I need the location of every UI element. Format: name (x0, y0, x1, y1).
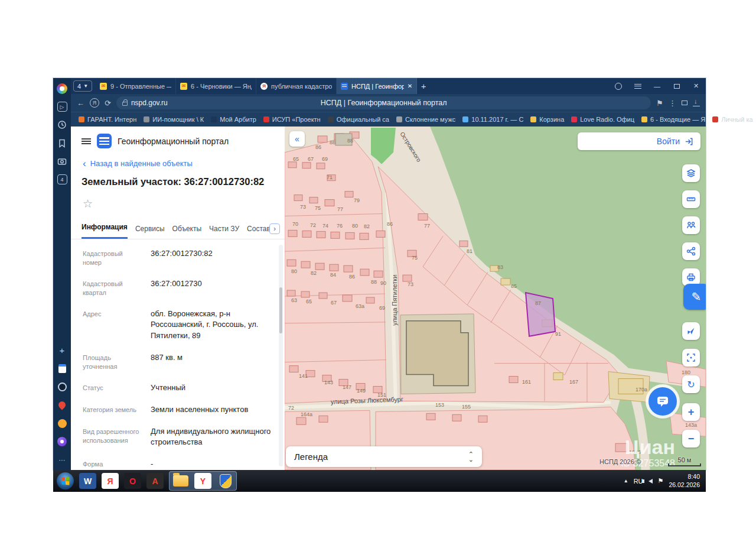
parcel-number: 80 (291, 268, 297, 274)
cadastral-map[interactable]: 8688886567697173757779707274768082867775… (285, 127, 706, 470)
share-button[interactable] (682, 242, 700, 260)
clock[interactable]: 8:40 26.02.2026 (669, 473, 700, 489)
zoom-out-button[interactable]: − (682, 430, 700, 448)
tab-mail-drafts[interactable]: ✉ 6 - Черновики — Яндекс П (176, 78, 256, 94)
word-icon[interactable]: W (79, 473, 96, 489)
o-app-icon[interactable] (57, 381, 67, 392)
yandex-browser-icon[interactable]: Y (194, 473, 211, 489)
collapse-panel-button[interactable]: « (289, 131, 305, 147)
history-icon[interactable] (57, 119, 67, 130)
new-tab-button[interactable]: + (417, 81, 430, 91)
field-row: Вид разрешенного использованияДля индиви… (71, 421, 285, 454)
yandex-services-icon[interactable] (57, 83, 67, 94)
back-to-results-link[interactable]: ‹ Назад в найденные объекты (83, 159, 275, 168)
minimize-button[interactable]: — (647, 78, 667, 94)
back-icon[interactable]: ← (77, 99, 84, 108)
parcel-number: 153 (435, 402, 444, 408)
amigo-icon[interactable]: A (146, 473, 164, 489)
more-apps-icon[interactable]: ⋯ (57, 455, 67, 465)
objects-button[interactable] (682, 216, 700, 234)
yandex-app-icon[interactable]: Я (102, 473, 119, 489)
legend-toggle-icon[interactable]: ⌃⌄ (468, 452, 474, 462)
selected-parcel[interactable] (526, 293, 555, 336)
parcel-number: 143 (324, 380, 333, 386)
bookmark-item[interactable]: ГАРАНТ. Интерн (76, 116, 139, 123)
parcel-number: 76 (337, 223, 343, 229)
bookmark-item[interactable]: Корзина (527, 116, 567, 123)
bookmark-item[interactable]: Личный ка (709, 116, 755, 123)
downloads-icon[interactable] (693, 99, 700, 106)
bookmark-item[interactable]: Склонение мужс (393, 116, 458, 123)
bookmark-item[interactable]: Официальный са (325, 116, 392, 123)
voice-search-icon[interactable] (608, 78, 628, 94)
games-icon[interactable] (57, 418, 67, 429)
tab-information[interactable]: Информация (82, 218, 128, 239)
favorite-star-icon[interactable]: ☆ (83, 197, 275, 210)
portal-title: Геоинформационный портал (118, 137, 229, 146)
tab-objects[interactable]: Объекты (172, 219, 202, 239)
tab-nspd-active[interactable]: НСПД | Геоинформаци ✕ (337, 78, 417, 94)
smartline[interactable]: nspd.gov.ru НСПД | Геоинформационный пор… (116, 96, 651, 109)
mail-favicon: ✉ (180, 83, 187, 90)
tray-expand-icon[interactable]: ▲ (624, 478, 628, 484)
alice-icon[interactable] (57, 436, 67, 447)
screenshot-icon[interactable] (57, 156, 67, 167)
explorer-folder-icon[interactable] (172, 473, 189, 489)
tab-manager-icon[interactable]: 4 (57, 174, 67, 184)
collections-icon[interactable] (682, 100, 687, 105)
documents-icon[interactable] (57, 363, 67, 374)
reload-icon[interactable]: ⟳ (105, 99, 111, 108)
tab-label: 6 - Черновики — Яндекс П (191, 83, 252, 90)
parcel-number: 82 (311, 270, 317, 276)
video-icon[interactable]: ▷ (57, 102, 67, 112)
screenshot-region-button[interactable] (682, 349, 700, 367)
add-panel-icon[interactable]: + (57, 345, 67, 355)
tab-cadastre[interactable]: Я публичная кадастровая к (256, 78, 337, 94)
tray-date: 26.02.2026 (669, 481, 700, 489)
maximize-button[interactable] (667, 78, 686, 94)
tab-mail-sent[interactable]: ✉ 9 - Отправленные — Янде (96, 78, 176, 94)
bookmark-item[interactable]: Love Radio. Офиц (568, 116, 637, 123)
legend-bar[interactable]: Легенда ⌃⌄ (286, 446, 482, 467)
chat-button[interactable] (649, 387, 677, 416)
bookmarks-icon[interactable] (57, 138, 67, 148)
tab-services[interactable]: Сервисы (135, 219, 165, 239)
action-center-flag-icon[interactable]: ⚑ (658, 477, 664, 485)
defender-shield-icon[interactable] (217, 473, 234, 489)
start-button[interactable] (57, 472, 74, 489)
parcel-number: 90 (380, 280, 386, 286)
browser-menu-icon[interactable] (628, 78, 647, 94)
menu-icon[interactable] (82, 138, 91, 144)
zoom-in-button[interactable]: + (682, 403, 700, 421)
map-attribution: НСПД 2026 © (599, 458, 641, 465)
panel-scrollbar[interactable] (279, 245, 283, 466)
refresh-button[interactable]: ↻ (682, 375, 700, 393)
url-text[interactable]: nspd.gov.ru (131, 99, 168, 107)
more-actions-icon[interactable]: ⋮ (669, 99, 676, 108)
bookmark-item[interactable]: 6 - Входящие — Я (638, 116, 708, 123)
scrollbar-thumb[interactable] (279, 287, 282, 333)
tab-parts[interactable]: Части ЗУ (209, 219, 239, 239)
login-button[interactable]: Войти (578, 132, 700, 150)
bookmark-item[interactable]: ИСУП «Проектн (260, 116, 324, 123)
close-button[interactable]: ✕ (686, 78, 706, 94)
parcel-number: 70 (292, 221, 298, 227)
volume-icon[interactable] (649, 479, 653, 484)
bookmark-item[interactable]: ИИ-помощник \ К (141, 116, 207, 123)
bookmark-flag-icon[interactable]: ⚑ (656, 99, 663, 108)
maps-pin-icon[interactable] (57, 400, 67, 410)
tab-counter[interactable]: 4▼ (73, 80, 92, 92)
locate-button[interactable] (682, 322, 700, 340)
tab-composition[interactable]: Состав (247, 219, 271, 239)
yandex-button-icon[interactable]: Я (90, 98, 99, 108)
close-tab-icon[interactable]: ✕ (408, 83, 412, 89)
layers-button[interactable] (682, 164, 700, 182)
bookmark-item[interactable]: 10.11.2017 г. — С (460, 116, 526, 123)
ruler-button[interactable] (682, 190, 700, 208)
draw-tool-button[interactable]: ✎ (683, 284, 706, 310)
field-row: Адресобл. Воронежская, р-н Россошанский,… (71, 303, 285, 348)
opera-icon[interactable]: O (124, 473, 141, 489)
map-canvas[interactable]: 8688886567697173757779707274768082867775… (285, 127, 706, 470)
tabs-more-icon[interactable]: › (269, 223, 280, 234)
bookmark-item[interactable]: Мой Арбитр (208, 116, 259, 123)
